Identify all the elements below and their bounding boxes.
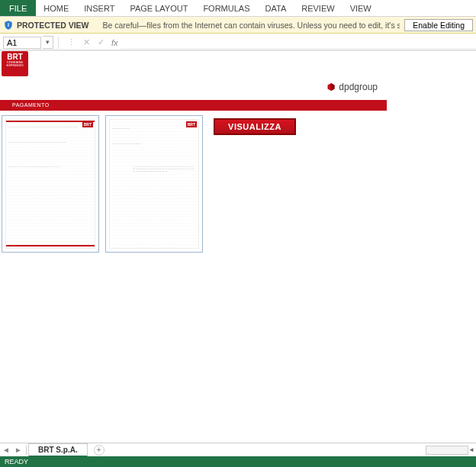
brand-banner: BRT CORRIERE ESPRESSO dpdgroup [0,51,387,100]
formula-bar: A1 ▾ ⋮ ✕ ✓ fx [0,34,476,50]
separator [58,37,59,49]
tab-insert[interactable]: INSERT [76,0,122,16]
protected-view-message: Be careful—files from the Internet can c… [103,21,400,30]
tab-formulas[interactable]: FORMULAS [195,0,257,16]
separator [26,446,27,455]
thumbnail-content: BRT — — — — — — — — — — — — — — — — — — … [109,119,199,249]
fx-label[interactable]: fx [111,38,118,47]
cube-icon [326,82,336,92]
cancel-icon[interactable]: ✕ [83,37,90,47]
add-sheet-button[interactable]: + [94,445,105,456]
formula-input[interactable] [121,37,476,49]
thumb-brt-logo: BRT [186,121,197,127]
scroll-left-icon[interactable]: ◄ [468,446,474,453]
enable-editing-button[interactable]: Enable Editing [404,19,473,31]
brt-logo: BRT CORRIERE ESPRESSO [2,51,28,76]
horizontal-scrollbar[interactable] [426,446,468,455]
sheet-tab-active[interactable]: BRT S.p.A. [28,443,88,457]
thumbnail-content: BRT — — — — — — — — — — — — — — — — — — … [5,119,95,249]
section-stripe: PAGAMENTO [0,100,387,111]
document-thumbnail-1[interactable]: BRT — — — — — — — — — — — — — — — — — — … [2,115,99,253]
dpd-group-logo: dpdgroup [326,82,378,92]
shield-icon: i [3,20,14,31]
tab-data[interactable]: DATA [258,0,294,16]
document-thumbnail-2[interactable]: BRT — — — — — — — — — — — — — — — — — — … [105,115,203,253]
sheet-nav-prev[interactable]: ◄ [0,446,12,454]
protected-view-title: PROTECTED VIEW [17,21,89,30]
status-bar: READY [0,456,476,467]
confirm-icon[interactable]: ✓ [98,37,105,47]
more-icon[interactable]: ⋮ [67,37,76,47]
name-box-dropdown[interactable]: ▾ [43,36,53,49]
status-text: READY [5,458,28,465]
sheet-nav-next[interactable]: ► [12,446,24,454]
protected-view-bar: i PROTECTED VIEW Be careful—files from t… [0,17,476,34]
worksheet-area[interactable]: BRT CORRIERE ESPRESSO dpdgroup PAGAMENTO… [0,50,476,443]
tab-review[interactable]: REVIEW [294,0,342,16]
tab-view[interactable]: VIEW [343,0,379,16]
name-box[interactable]: A1 [3,37,41,49]
visualizza-button[interactable]: VISUALIZZA [214,118,296,135]
tab-home[interactable]: HOME [36,0,76,16]
ribbon-tabs: FILE HOME INSERT PAGE LAYOUT FORMULAS DA… [0,0,476,17]
dpd-group-label: dpdgroup [339,82,378,92]
documents-row: BRT — — — — — — — — — — — — — — — — — — … [0,111,476,257]
file-tab[interactable]: FILE [0,0,36,16]
tab-page-layout[interactable]: PAGE LAYOUT [122,0,195,16]
svg-text:i: i [8,22,9,27]
sheet-tab-bar: ◄ ► BRT S.p.A. + ◄ [0,443,476,456]
brt-logo-sub: CORRIERE ESPRESSO [2,61,28,67]
